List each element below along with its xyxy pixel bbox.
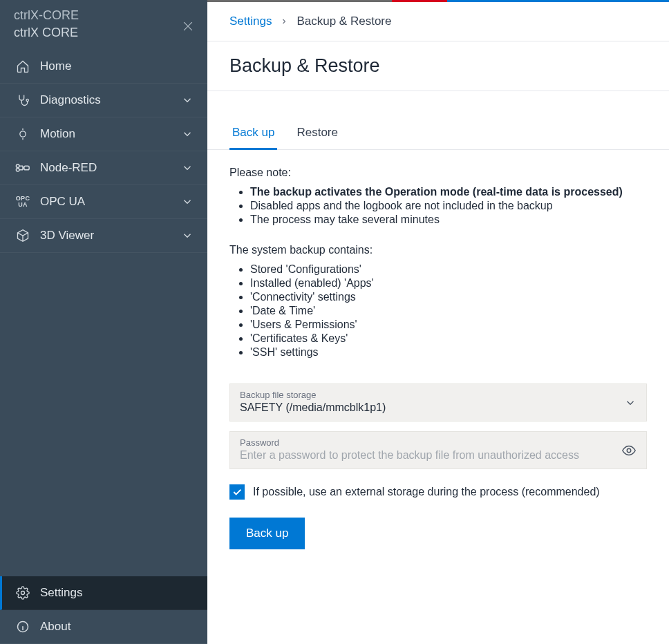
breadcrumb-current: Backup & Restore <box>296 15 391 28</box>
chevron-down-icon <box>181 94 194 106</box>
sidebar-item-node-red[interactable]: Node-RED <box>0 151 207 185</box>
chevron-down-icon <box>181 229 194 242</box>
motion-icon <box>14 127 32 141</box>
sidebar-item-label: About <box>40 620 194 634</box>
svg-point-5 <box>21 591 25 595</box>
gear-icon <box>14 586 32 600</box>
chevron-down-icon[interactable] <box>624 397 637 409</box>
content: Please note: The backup activates the Op… <box>207 150 669 577</box>
list-item: 'Certificates & Keys' <box>250 332 647 345</box>
eye-icon[interactable] <box>621 443 637 458</box>
main-content: Settings Backup & Restore Backup & Resto… <box>207 0 669 644</box>
field-label: Password <box>240 437 637 448</box>
tab-restore[interactable]: Restore <box>294 119 341 150</box>
backup-button[interactable]: Back up <box>229 518 305 549</box>
list-item: Installed (enabled) 'Apps' <box>250 277 647 290</box>
tabs: Back up Restore <box>207 119 669 150</box>
sidebar-item-label: Node-RED <box>40 161 181 175</box>
svg-rect-4 <box>24 166 29 170</box>
sidebar-item-label: Settings <box>40 586 194 600</box>
device-subtitle: ctrlX CORE <box>14 26 194 40</box>
chevron-down-icon <box>181 162 194 174</box>
field-value: SAFETY (/media/mmcblk1p1) <box>240 401 637 414</box>
breadcrumb-parent-link[interactable]: Settings <box>229 15 272 28</box>
tab-backup[interactable]: Back up <box>229 119 277 150</box>
page-title: Backup & Restore <box>207 41 669 91</box>
info-icon <box>14 620 32 634</box>
list-item: Disabled apps and the logbook are not in… <box>250 200 647 212</box>
opc-ua-icon: OPCUA <box>14 196 32 208</box>
stethoscope-icon <box>14 93 32 107</box>
sidebar-item-label: Motion <box>40 127 181 141</box>
checkbox-label: If possible, use an external storage dur… <box>253 486 600 498</box>
cube-icon <box>14 229 32 243</box>
list-item: Stored 'Configurations' <box>250 263 647 276</box>
sidebar-bottom: Settings About <box>0 576 207 644</box>
chevron-right-icon <box>280 17 288 26</box>
list-item: 'Connectivity' settings <box>250 291 647 303</box>
sidebar-item-label: Home <box>40 59 194 73</box>
sidebar-nav: Home Diagnostics Motion Node-RED <box>0 50 207 644</box>
chevron-down-icon <box>181 128 194 140</box>
sidebar-item-settings[interactable]: Settings <box>0 576 207 610</box>
sidebar-item-label: Diagnostics <box>40 93 181 107</box>
breadcrumb: Settings Backup & Restore <box>207 2 669 41</box>
storage-select[interactable]: Backup file storage SAFETY (/media/mmcbl… <box>229 383 647 422</box>
sidebar-item-diagnostics[interactable]: Diagnostics <box>0 84 207 117</box>
node-red-icon <box>14 163 32 173</box>
password-input[interactable] <box>240 449 637 462</box>
sidebar-item-opc-ua[interactable]: OPCUA OPC UA <box>0 185 207 219</box>
sidebar: ctrlX-CORE ctrlX CORE Home Diagnostics <box>0 0 207 644</box>
notes-intro: Please note: <box>229 167 647 179</box>
sidebar-item-3d-viewer[interactable]: 3D Viewer <box>0 219 207 253</box>
password-field[interactable]: Password <box>229 431 647 469</box>
svg-point-1 <box>20 131 26 137</box>
home-icon <box>14 59 32 73</box>
svg-point-2 <box>16 164 19 168</box>
chevron-down-icon <box>181 196 194 208</box>
external-storage-checkbox-row: If possible, use an external storage dur… <box>229 484 647 500</box>
svg-point-7 <box>627 448 631 453</box>
list-item: The backup activates the Operation mode … <box>250 186 647 198</box>
sidebar-item-motion[interactable]: Motion <box>0 117 207 151</box>
close-icon[interactable] <box>181 19 195 33</box>
sidebar-item-label: 3D Viewer <box>40 229 181 243</box>
sidebar-item-home[interactable]: Home <box>0 50 207 84</box>
svg-point-0 <box>26 99 28 101</box>
notes-list: The backup activates the Operation mode … <box>250 186 647 226</box>
device-name: ctrlX-CORE <box>14 8 194 23</box>
external-storage-checkbox[interactable] <box>229 484 245 500</box>
sidebar-header: ctrlX-CORE ctrlX CORE <box>0 0 207 50</box>
list-item: The process may take several minutes <box>250 214 647 226</box>
sidebar-item-label: OPC UA <box>40 195 181 209</box>
list-item: 'Users & Permissions' <box>250 319 647 331</box>
contains-list: Stored 'Configurations' Installed (enabl… <box>250 263 647 359</box>
list-item: 'SSH' settings <box>250 346 647 359</box>
field-label: Backup file storage <box>240 390 637 400</box>
sidebar-item-about[interactable]: About <box>0 610 207 644</box>
list-item: 'Date & Time' <box>250 305 647 317</box>
contains-intro: The system backup contains: <box>229 244 647 256</box>
svg-point-3 <box>16 168 19 171</box>
